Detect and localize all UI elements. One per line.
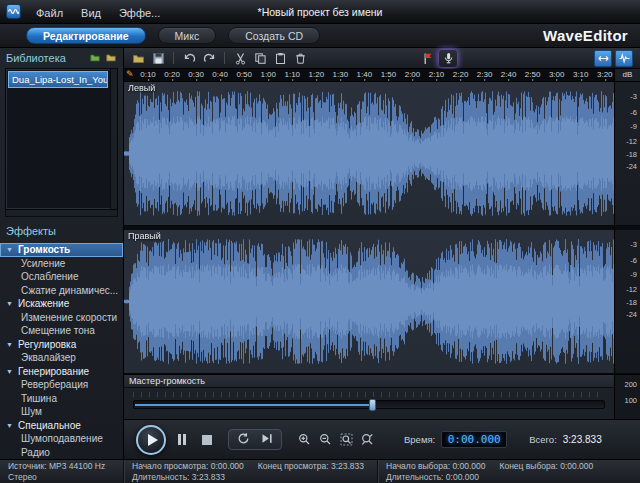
status-selection-duration: Длительность: 0:00.000 — [386, 472, 479, 482]
effects-tree-item[interactable]: ▼ Генерирование — [0, 365, 123, 379]
ruler-tick: 1:00 — [260, 70, 276, 82]
menu-item[interactable]: Вид — [72, 5, 110, 21]
copy-button[interactable] — [251, 50, 269, 67]
delete-button[interactable] — [291, 50, 309, 67]
zoom-out-button[interactable] — [317, 431, 334, 448]
waveform-left[interactable] — [124, 82, 614, 225]
effects-tree-item[interactable]: Реверберация — [0, 378, 123, 392]
library-item[interactable]: Dua_Lipa-Lost_In_Your... — [8, 71, 108, 88]
menu-item[interactable]: Файл — [27, 5, 72, 21]
menu-item[interactable]: Эффе... — [110, 5, 169, 21]
copy-icon — [254, 52, 267, 65]
tab[interactable]: Создать CD — [228, 27, 320, 44]
import-media-icon[interactable] — [89, 52, 101, 65]
ruler-tick: 1:50 — [381, 70, 397, 82]
paste-button[interactable] — [271, 50, 289, 67]
edit-marker-icon[interactable]: ✎ — [126, 69, 134, 79]
title-bar: ФайлВидЭффе... *Новый проект без имени — [0, 0, 640, 24]
db-scale-label: -9 — [630, 270, 637, 279]
play-selection-button[interactable] — [260, 431, 273, 449]
effects-tree-item[interactable]: ▼ Громкость — [0, 243, 123, 257]
library-vertical-scrollbar[interactable] — [110, 69, 117, 209]
effects-tree-label: Генерирование — [18, 366, 89, 377]
record-mic-button[interactable] — [439, 50, 457, 67]
fit-width-button[interactable] — [594, 50, 612, 67]
db-scale-label: -9 — [630, 122, 637, 131]
db-scale-label: -3 — [630, 92, 637, 101]
db-scale-label: -24 — [626, 310, 637, 319]
status-selection-start: Начало выбора: 0:00.000 — [386, 461, 485, 471]
fit-width-icon — [597, 52, 610, 65]
effects-tree-item[interactable]: Тишина — [0, 392, 123, 406]
library-horizontal-scrollbar[interactable] — [5, 210, 118, 217]
wave-view-icon — [618, 52, 631, 65]
effects-tree-item[interactable]: Шумоподавление — [0, 432, 123, 446]
ruler-tick: 2:30 — [477, 70, 493, 82]
effects-tree-label: Ослабление — [21, 271, 79, 282]
wave-view-button[interactable] — [615, 50, 633, 67]
master-volume-thumb[interactable] — [369, 399, 376, 411]
play-button[interactable] — [136, 425, 166, 455]
effects-tree-item[interactable]: Смещение тона — [0, 324, 123, 338]
tab[interactable]: Редактирование — [26, 27, 146, 44]
effects-tree-label: Регулировка — [18, 339, 76, 350]
zoom-selection-button[interactable] — [338, 431, 355, 448]
effects-tree-item[interactable]: Радио — [0, 446, 123, 460]
undo-button[interactable] — [180, 50, 198, 67]
db-scale-label: -3 — [630, 240, 637, 249]
undo-icon — [183, 52, 196, 65]
editor-content: ✎ 0:100:200:300:400:501:001:101:201:301:… — [124, 48, 640, 459]
stop-icon — [202, 435, 212, 445]
db-scale-label: -18 — [626, 297, 637, 306]
tab[interactable]: Микс — [158, 27, 217, 44]
master-volume-slider[interactable] — [133, 400, 605, 409]
effects-tree-item[interactable]: Изменение скорости — [0, 311, 123, 325]
master-volume-section: Мастер-громкость — [124, 374, 614, 419]
redo-button[interactable] — [200, 50, 218, 67]
save-button[interactable] — [149, 50, 167, 67]
zoom-in-icon — [298, 433, 311, 446]
loop-group — [228, 429, 282, 450]
ruler-tick: 3:20 — [597, 70, 613, 82]
effects-tree-item[interactable]: Ослабление — [0, 270, 123, 284]
stop-button[interactable] — [198, 431, 216, 449]
db-scale-label: -6 — [630, 108, 637, 117]
effects-tree-item[interactable]: ▼ Искажение — [0, 297, 123, 311]
zoom-all-button[interactable] — [359, 431, 376, 448]
channel-right[interactable]: Правый — [124, 230, 614, 374]
effects-tree-label: Сжатие динамичес... — [21, 285, 118, 296]
status-selection-end: Конец выбора: 0:00.000 — [499, 461, 593, 471]
zoom-in-button[interactable] — [296, 431, 313, 448]
effects-tree-item[interactable]: Шум — [0, 405, 123, 419]
zoom-out-icon — [319, 433, 332, 446]
status-source: Источник: MP3 44100 Hz Стерео — [0, 460, 124, 483]
effects-tree-item[interactable]: ▼ Регулировка — [0, 338, 123, 352]
library-header: Библиотека — [0, 48, 123, 68]
effects-tree-item[interactable]: Эквалайзер — [0, 351, 123, 365]
effects-tree-item[interactable]: ▼ Специальное — [0, 419, 123, 433]
effects-tree-item[interactable]: Сжатие динамичес... — [0, 284, 123, 298]
effects-tree-label: Усиление — [21, 258, 65, 269]
channel-left[interactable]: Левый — [124, 82, 614, 226]
db-scale-label: -18 — [626, 149, 637, 158]
effects-tree-item[interactable]: Усиление — [0, 257, 123, 271]
timeline-ruler[interactable]: ✎ 0:100:200:300:400:501:001:101:201:301:… — [124, 69, 614, 82]
pause-button[interactable] — [173, 431, 191, 449]
time-display[interactable]: 0:00.000 — [441, 431, 507, 448]
waveform-right[interactable] — [124, 230, 614, 373]
master-volume-label: Мастер-громкость — [124, 375, 614, 388]
open-folder-icon[interactable] — [105, 52, 117, 65]
save-icon — [152, 52, 165, 65]
ruler-tick: 1:10 — [284, 70, 300, 82]
ruler-tick: 3:00 — [549, 70, 565, 82]
open-button[interactable] — [129, 50, 147, 67]
cut-button[interactable] — [231, 50, 249, 67]
toolbar-separator — [173, 52, 174, 64]
zoom-selection-icon — [340, 433, 353, 446]
loop-button[interactable] — [237, 431, 250, 449]
library-list[interactable]: Dua_Lipa-Lost_In_Your... — [5, 68, 118, 210]
tree-expand-icon: ▼ — [6, 422, 14, 429]
marker-flag-button[interactable] — [419, 50, 437, 67]
marker-flag-icon — [422, 52, 435, 65]
tree-expand-icon: ▼ — [6, 341, 14, 348]
